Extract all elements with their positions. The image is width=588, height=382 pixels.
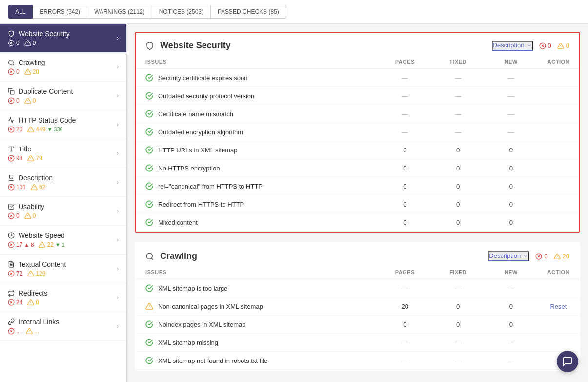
search-icon: [8, 59, 15, 66]
check-circle-icon: [145, 110, 153, 118]
check-circle-icon: [145, 128, 153, 136]
table-row: Non-canonical pages in XML sitemap 20 0 …: [136, 297, 579, 316]
filter-passed-button[interactable]: PASSED CHECKS (85): [211, 5, 286, 19]
sidebar-item-crawling[interactable]: Crawling 0 20 ›: [0, 53, 126, 82]
issue-fixed: —: [431, 279, 485, 297]
website-security-table: ISSUES PAGES FIXED NEW ACTION Security c…: [136, 55, 579, 232]
issue-pages: —: [378, 105, 431, 123]
issue-pages: 0: [378, 141, 431, 159]
issue-action: [538, 279, 579, 297]
issue-fixed: 0: [431, 159, 485, 177]
chevron-icon: ›: [117, 265, 119, 272]
issue-name: Redirect from HTTPS to HTTP: [136, 195, 378, 213]
sidebar-label-usability: Usability: [19, 203, 44, 211]
filter-errors-button[interactable]: ERRORS (542): [33, 5, 87, 19]
section-search-icon: [145, 252, 154, 261]
table-row: HTTP URLs in XML sitemap 0 0 0: [136, 141, 579, 159]
issue-fixed: —: [431, 123, 485, 141]
chevron-icon: ›: [117, 323, 119, 330]
issue-fixed: 0: [431, 195, 485, 213]
sidebar-label-textual-content: Textual Content: [19, 260, 66, 268]
filter-warnings-button[interactable]: WARNINGS (2112): [87, 5, 152, 19]
chevron-icon: ›: [117, 208, 119, 214]
description-button-crawling[interactable]: Description: [488, 251, 529, 261]
issue-fixed: 0: [431, 316, 485, 334]
svg-line-6: [13, 64, 14, 65]
sidebar-item-duplicate-content[interactable]: Duplicate Content 0 0 ›: [0, 82, 126, 110]
table-row: Outdated encryption algorithm — — —: [136, 123, 579, 141]
check-circle-icon: [145, 74, 153, 82]
issue-name: Security certificate expires soon: [136, 69, 378, 87]
filter-notices-button[interactable]: NOTICES (2503): [152, 5, 211, 19]
issue-action[interactable]: Reset: [538, 297, 579, 316]
issue-name: rel="canonical" from HTTPS to HTTP: [136, 177, 378, 195]
table-row: rel="canonical" from HTTPS to HTTP 0 0 0: [136, 177, 579, 195]
col-fixed: FIXED: [431, 265, 485, 279]
check-circle-icon: [145, 146, 153, 154]
issue-fixed: 0: [431, 177, 485, 195]
sidebar-item-description[interactable]: Description 101 62 ›: [0, 168, 126, 197]
svg-point-68: [146, 253, 152, 259]
chat-button[interactable]: [557, 351, 578, 372]
table-row: XML sitemap not found in robots.txt file…: [136, 352, 579, 370]
col-issues: ISSUES: [136, 55, 378, 69]
sidebar-label-title: Title: [19, 145, 31, 153]
chevron-icon: ›: [117, 121, 119, 128]
text-icon: [8, 146, 15, 152]
section-error-count-crawling: 0: [535, 253, 547, 260]
issue-fixed: —: [431, 352, 485, 370]
file-text-icon: [8, 261, 15, 268]
issue-action: [538, 87, 579, 105]
sidebar-item-http-status-code[interactable]: HTTP Status Code 20 449 ▼ 336 ›: [0, 110, 126, 139]
issue-name: XML sitemap is too large: [136, 279, 378, 297]
issue-name: Noindex pages in XML sitemap: [136, 316, 378, 334]
checkbox-icon: [8, 203, 15, 210]
issue-name: HTTP URLs in XML sitemap: [136, 141, 378, 159]
issue-new: 0: [485, 195, 538, 213]
copy-icon: [8, 88, 15, 95]
chevron-icon: ›: [117, 179, 119, 186]
issue-action: [538, 105, 579, 123]
check-circle-icon: [145, 339, 153, 346]
table-row: Mixed content 0 0 0: [136, 213, 579, 232]
chevron-icon: ›: [117, 92, 119, 99]
col-issues: ISSUES: [136, 265, 378, 279]
description-button-website-security[interactable]: Description: [492, 41, 533, 51]
sidebar-item-title[interactable]: Title 98 79 ›: [0, 139, 126, 168]
section-warning-count-website-security: 0: [557, 42, 569, 49]
sidebar-label-internal-links: Internal Links: [19, 318, 59, 326]
issue-name: XML sitemap not found in robots.txt file: [136, 352, 378, 370]
filter-all-button[interactable]: ALL: [8, 5, 33, 19]
sidebar-label-crawling: Crawling: [19, 59, 45, 66]
sidebar-warning-count-website-security: 0: [24, 40, 36, 46]
shield-icon: [8, 30, 15, 37]
issue-pages: —: [378, 279, 431, 297]
issue-name: Outdated encryption algorithm: [136, 123, 378, 141]
issue-action: [538, 141, 579, 159]
issue-action: [538, 123, 579, 141]
issue-pages: 0: [378, 159, 431, 177]
check-circle-icon: [145, 200, 153, 208]
check-circle-icon: [145, 182, 153, 190]
issue-fixed: —: [431, 87, 485, 105]
table-row: Outdated security protocol version — — —: [136, 87, 579, 105]
sidebar-item-website-speed[interactable]: Website Speed 17 ▲ 8 22 ▼ 1 ›: [0, 226, 126, 255]
issue-new: 0: [485, 316, 538, 334]
reset-link[interactable]: Reset: [550, 303, 567, 310]
issue-new: 0: [485, 177, 538, 195]
check-circle-icon: [145, 357, 153, 364]
issue-fixed: 0: [431, 297, 485, 316]
issue-pages: 0: [378, 213, 431, 232]
sidebar-item-usability[interactable]: Usability 0 0 ›: [0, 197, 126, 226]
issue-pages: —: [378, 87, 431, 105]
issue-pages: —: [378, 123, 431, 141]
table-row: Noindex pages in XML sitemap 0 0 0: [136, 316, 579, 334]
sidebar-item-website-security[interactable]: Website Security 0 0 ›: [0, 24, 126, 53]
sidebar-label-description: Description: [19, 174, 53, 182]
issue-action: [538, 177, 579, 195]
sidebar-item-textual-content[interactable]: Textual Content 72 129 ›: [0, 255, 126, 283]
sidebar-item-redirects[interactable]: Redirects 24 0 ›: [0, 283, 126, 312]
issue-pages: 20: [378, 297, 431, 316]
sidebar-item-internal-links[interactable]: Internal Links ... ... ›: [0, 312, 126, 341]
chat-icon: [562, 356, 573, 367]
